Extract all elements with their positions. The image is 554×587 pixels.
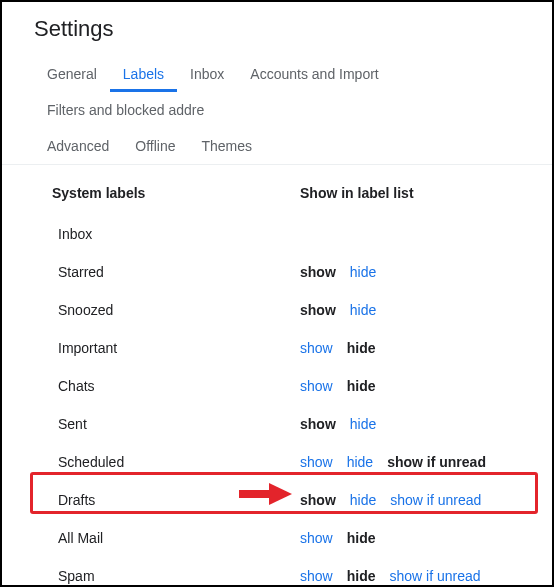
label-name: Chats (58, 378, 300, 394)
label-name: Important (58, 340, 300, 356)
action-show[interactable]: show (300, 340, 333, 356)
action-show[interactable]: show (300, 454, 333, 470)
label-actions: showhide (300, 264, 376, 280)
label-row-spam: Spamshowhideshow if unread (42, 557, 552, 587)
action-show[interactable]: show (300, 530, 333, 546)
label-name: Drafts (58, 492, 300, 508)
label-actions: showhide (300, 302, 376, 318)
tab-advanced[interactable]: Advanced (34, 128, 122, 164)
page-title: Settings (2, 2, 552, 56)
tab-general[interactable]: General (34, 56, 110, 92)
tab-filters-and-blocked-addre[interactable]: Filters and blocked addre (34, 92, 217, 128)
label-name: Starred (58, 264, 300, 280)
column-header-show-in-list: Show in label list (300, 185, 552, 201)
label-row-chats: Chatsshowhide (42, 367, 552, 405)
action-show-if-unread[interactable]: show if unread (390, 492, 481, 508)
tab-offline[interactable]: Offline (122, 128, 188, 164)
label-row-starred: Starredshowhide (42, 253, 552, 291)
action-show: show (300, 302, 336, 318)
tabs-bar: GeneralLabelsInboxAccounts and ImportFil… (2, 56, 552, 165)
action-hide[interactable]: hide (350, 416, 376, 432)
label-row-important: Importantshowhide (42, 329, 552, 367)
tab-labels[interactable]: Labels (110, 56, 177, 92)
action-show: show (300, 264, 336, 280)
action-hide[interactable]: hide (350, 302, 376, 318)
action-show: show (300, 416, 336, 432)
tab-accounts-and-import[interactable]: Accounts and Import (237, 56, 391, 92)
action-show[interactable]: show (300, 568, 333, 584)
label-name: Spam (58, 568, 300, 584)
label-actions: showhide (300, 416, 376, 432)
action-show-if-unread: show if unread (387, 454, 486, 470)
label-name: All Mail (58, 530, 300, 546)
label-actions: showhideshow if unread (300, 568, 481, 584)
tab-inbox[interactable]: Inbox (177, 56, 237, 92)
action-show-if-unread[interactable]: show if unread (389, 568, 480, 584)
action-hide[interactable]: hide (347, 454, 373, 470)
action-hide: hide (347, 530, 376, 546)
label-name: Scheduled (58, 454, 300, 470)
label-row-scheduled: Scheduledshowhideshow if unread (42, 443, 552, 481)
label-row-all-mail: All Mailshowhide (42, 519, 552, 557)
action-hide: hide (347, 378, 376, 394)
label-actions: showhideshow if unread (300, 492, 481, 508)
action-hide[interactable]: hide (350, 492, 376, 508)
label-actions: showhide (300, 530, 375, 546)
action-hide[interactable]: hide (350, 264, 376, 280)
label-row-drafts: Draftsshowhideshow if unread (42, 481, 552, 519)
labels-table: System labels Show in label list InboxSt… (2, 165, 552, 587)
tab-themes[interactable]: Themes (189, 128, 266, 164)
label-actions: showhide (300, 378, 375, 394)
label-actions: showhide (300, 340, 375, 356)
action-hide: hide (347, 340, 376, 356)
label-row-inbox: Inbox (42, 215, 552, 253)
column-header-system-labels: System labels (52, 185, 300, 201)
label-row-snoozed: Snoozedshowhide (42, 291, 552, 329)
action-show: show (300, 492, 336, 508)
action-show[interactable]: show (300, 378, 333, 394)
label-name: Snoozed (58, 302, 300, 318)
action-hide: hide (347, 568, 376, 584)
label-row-sent: Sentshowhide (42, 405, 552, 443)
label-name: Sent (58, 416, 300, 432)
label-actions: showhideshow if unread (300, 454, 486, 470)
label-name: Inbox (58, 226, 300, 242)
